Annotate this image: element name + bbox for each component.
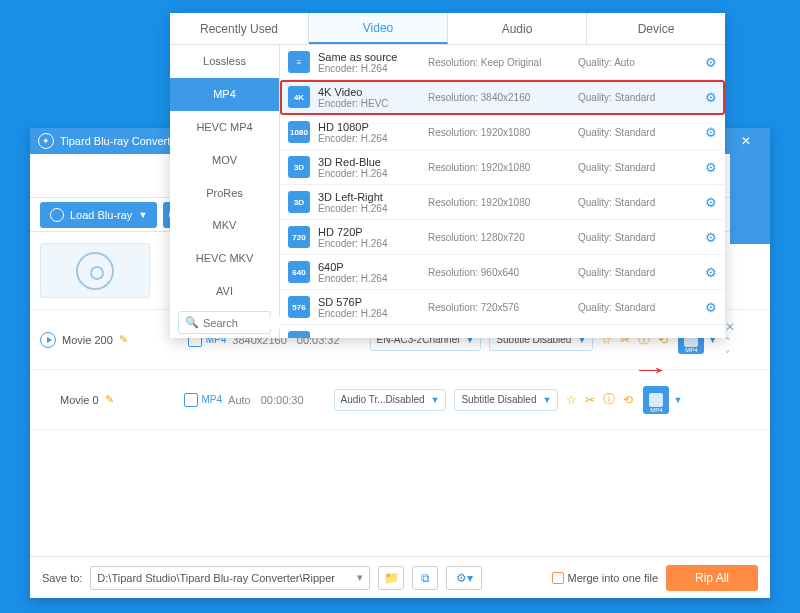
load-bluray-button[interactable]: Load Blu-ray ▼ xyxy=(40,202,157,228)
format-row-title: SD 576P xyxy=(318,296,428,308)
header-accent xyxy=(730,154,770,244)
format-sidebar: Lossless MP4 HEVC MP4 MOV ProRes MKV HEV… xyxy=(170,45,280,338)
movie-title: Movie 200 xyxy=(62,334,113,346)
sidebar-item-mkv[interactable]: MKV xyxy=(170,209,279,242)
format-row[interactable]: 640640PEncoder: H.264Resolution: 960x640… xyxy=(280,255,725,290)
chevron-down-icon: ▼ xyxy=(542,395,551,405)
format-row-encoder: Encoder: H.264 xyxy=(318,168,428,179)
audio-select[interactable]: Audio Tr...Disabled ▼ xyxy=(334,389,447,411)
sidebar-item-avi[interactable]: AVI xyxy=(170,275,279,308)
format-row-quality: Quality: Auto xyxy=(578,57,678,68)
cut-icon[interactable]: ✂ xyxy=(585,393,595,407)
merge-checkbox[interactable]: Merge into one file xyxy=(552,572,659,584)
format-row[interactable]: ≡Same as sourceEncoder: H.264Resolution:… xyxy=(280,45,725,80)
sidebar-item-hevc-mp4[interactable]: HEVC MP4 xyxy=(170,111,279,144)
save-path-field[interactable]: D:\Tipard Studio\Tipard Blu-ray Converte… xyxy=(90,566,370,590)
gear-icon[interactable]: ⚙ xyxy=(705,230,717,245)
format-row-resolution: Resolution: 3840x2160 xyxy=(428,92,578,103)
bluray-disc-icon xyxy=(76,252,114,290)
format-row-icon: 480 xyxy=(288,331,310,338)
sidebar-item-prores[interactable]: ProRes xyxy=(170,176,279,209)
format-row-icon: ≡ xyxy=(288,51,310,73)
format-row-resolution: Resolution: 1280x720 xyxy=(428,232,578,243)
subtitle-select[interactable]: Subtitle Disabled ▼ xyxy=(454,389,558,411)
format-row-icon: 720 xyxy=(288,226,310,248)
format-row[interactable]: 4K4K VideoEncoder: HEVCResolution: 3840x… xyxy=(280,80,725,115)
gear-icon[interactable]: ⚙ xyxy=(705,125,717,140)
sidebar-item-mp4[interactable]: MP4 xyxy=(170,78,279,111)
format-row-quality: Quality: Standard xyxy=(578,267,678,278)
format-row-encoder: Encoder: H.264 xyxy=(318,203,428,214)
format-row-icon: 1080 xyxy=(288,121,310,143)
format-row-encoder: Encoder: H.264 xyxy=(318,63,428,74)
format-row-resolution: Resolution: 960x640 xyxy=(428,267,578,278)
format-row-title: 4K Video xyxy=(318,86,428,98)
audio-value: Audio Tr...Disabled xyxy=(341,394,425,405)
tab-recently-used[interactable]: Recently Used xyxy=(170,13,309,44)
format-list: ≡Same as sourceEncoder: H.264Resolution:… xyxy=(280,45,725,338)
format-row[interactable]: 576SD 576PEncoder: H.264Resolution: 720x… xyxy=(280,290,725,325)
chevron-down-icon: ▼ xyxy=(431,395,440,405)
format-row[interactable]: 720HD 720PEncoder: H.264Resolution: 1280… xyxy=(280,220,725,255)
tab-video[interactable]: Video xyxy=(309,13,448,44)
open-folder-button[interactable]: ⧉ xyxy=(412,566,438,590)
format-row-icon: 640 xyxy=(288,261,310,283)
output-format-badge[interactable]: MP4 xyxy=(643,386,669,414)
info-icon[interactable]: ⓘ xyxy=(603,391,615,408)
browse-folder-button[interactable]: 📁 xyxy=(378,566,404,590)
format-row-resolution: Resolution: 1920x1080 xyxy=(428,197,578,208)
format-row[interactable]: 480SD 480P⚙ xyxy=(280,325,725,338)
chevron-down-icon: ▾ xyxy=(357,571,363,584)
output-dropdown-icon[interactable]: ▼ xyxy=(673,395,682,405)
edit-name-icon[interactable]: ✎ xyxy=(119,333,128,346)
format-row-title: HD 1080P xyxy=(318,121,428,133)
save-path-value: D:\Tipard Studio\Tipard Blu-ray Converte… xyxy=(97,572,335,584)
merge-label: Merge into one file xyxy=(568,572,659,584)
format-row-resolution: Resolution: Keep Original xyxy=(428,57,578,68)
format-row[interactable]: 3D3D Left-RightEncoder: H.264Resolution:… xyxy=(280,185,725,220)
format-row-icon: 3D xyxy=(288,191,310,213)
app-title: Tipard Blu-ray Converter xyxy=(60,135,180,147)
gear-icon[interactable]: ⚙ xyxy=(705,55,717,70)
format-row-encoder: Encoder: H.264 xyxy=(318,308,428,319)
format-panel: Recently Used Video Audio Device Lossles… xyxy=(170,13,725,338)
movie-row[interactable]: Movie 0 ✎ MP4 Auto 00:00:30 Audio Tr...D… xyxy=(30,370,770,430)
format-row-quality: Quality: Standard xyxy=(578,232,678,243)
format-tabs: Recently Used Video Audio Device xyxy=(170,13,725,45)
chevron-down-icon: ▼ xyxy=(138,210,147,220)
format-row-encoder: Encoder: H.264 xyxy=(318,273,428,284)
close-button[interactable]: ✕ xyxy=(730,128,762,154)
disc-icon xyxy=(50,208,64,222)
format-row[interactable]: 1080HD 1080PEncoder: H.264Resolution: 19… xyxy=(280,115,725,150)
remove-row-icon[interactable]: ✕ xyxy=(725,320,735,334)
gear-icon[interactable]: ⚙ xyxy=(705,195,717,210)
rip-all-button[interactable]: Rip All xyxy=(666,565,758,591)
app-logo-icon: ✦ xyxy=(38,133,54,149)
format-row-title: 640P xyxy=(318,261,428,273)
settings-button[interactable]: ⚙▾ xyxy=(446,566,482,590)
star-icon[interactable]: ☆ xyxy=(566,393,577,407)
move-up-icon[interactable]: ˄ xyxy=(725,336,735,347)
gear-icon[interactable]: ⚙ xyxy=(705,90,717,105)
badge-label: MP4 xyxy=(685,347,697,353)
compress-icon[interactable]: ⟲ xyxy=(623,393,633,407)
save-to-label: Save to: xyxy=(42,572,82,584)
gear-icon[interactable]: ⚙ xyxy=(705,300,717,315)
gear-icon[interactable]: ⚙ xyxy=(705,335,717,339)
sidebar-item-hevc-mkv[interactable]: HEVC MKV xyxy=(170,242,279,275)
tab-device[interactable]: Device xyxy=(587,13,725,44)
format-label: MP4 xyxy=(202,394,223,405)
edit-name-icon[interactable]: ✎ xyxy=(105,393,114,406)
gear-icon[interactable]: ⚙ xyxy=(705,265,717,280)
sidebar-item-mov[interactable]: MOV xyxy=(170,143,279,176)
format-icon xyxy=(184,393,198,407)
gear-icon[interactable]: ⚙ xyxy=(705,160,717,175)
duration: 00:00:30 xyxy=(261,394,304,406)
format-row[interactable]: 3D3D Red-BlueEncoder: H.264Resolution: 1… xyxy=(280,150,725,185)
format-row-encoder: Encoder: H.264 xyxy=(318,238,428,249)
format-row-title: 3D Red-Blue xyxy=(318,156,428,168)
move-down-icon[interactable]: ˅ xyxy=(725,349,735,360)
tab-audio[interactable]: Audio xyxy=(448,13,587,44)
sidebar-item-lossless[interactable]: Lossless xyxy=(170,45,279,78)
play-icon[interactable] xyxy=(40,332,56,348)
